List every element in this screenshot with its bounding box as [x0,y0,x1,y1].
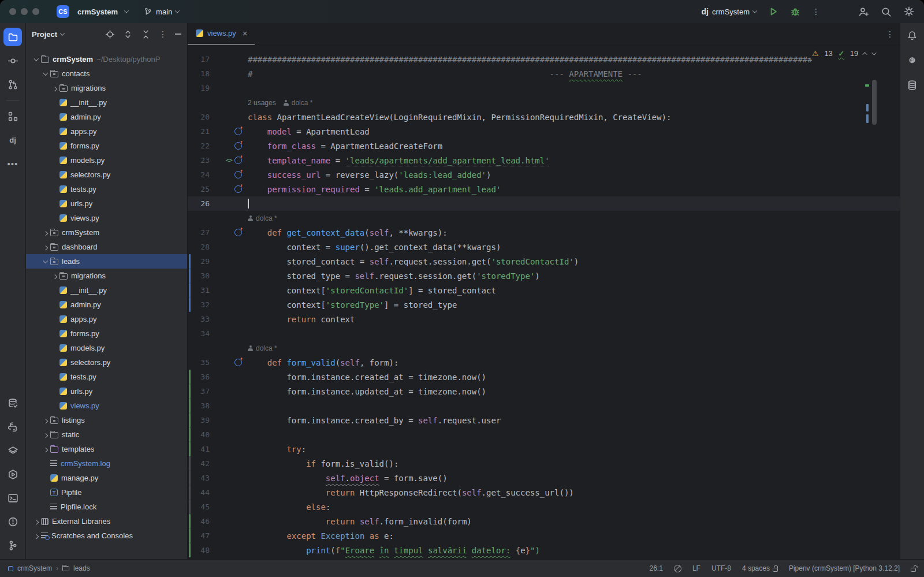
run-tool-button[interactable] [3,465,22,483]
code-line-44[interactable]: 44 return HttpResponseRedirect(self.get_… [188,485,900,500]
next-problem-button[interactable] [871,50,876,55]
line-number[interactable]: 44 [188,488,210,497]
line-number[interactable]: 43 [188,474,210,482]
tree-arrow-icon[interactable] [32,534,41,538]
python-interpreter[interactable]: Pipenv (crmSystem) [Python 3.12.2] [789,564,900,572]
tree-arrow-icon[interactable] [50,87,59,90]
django-structure-tool-button[interactable]: dj [3,131,22,149]
code-line-37[interactable]: 37 form.instance.updated_at = timezone.n… [188,384,900,399]
tree-item-crmsystem[interactable]: crmSystem [26,225,187,240]
code-line-23[interactable]: 23<>↑ template_name = 'leads/apartments/… [188,153,900,167]
tab-views-py[interactable]: views.py × [188,23,255,45]
tree-item-forms-py[interactable]: forms.py [26,326,187,341]
run-configuration-selector[interactable]: dj crmSystem [702,7,757,16]
code-editor[interactable]: 17######################################… [188,45,900,559]
line-number[interactable]: 20 [188,113,210,121]
code-line-43[interactable]: 43 self.object = form.save() [188,471,900,485]
code-line-27[interactable]: 27↑ def get_context_data(self, **kwargs)… [188,225,900,240]
tree-arrow-icon[interactable] [50,274,59,278]
tree-item-forms-py[interactable]: forms.py [26,139,187,153]
code-line-45[interactable]: 45 else: [188,500,900,514]
code-line-21[interactable]: 21↑ model = ApartmentLead [188,124,900,139]
line-number[interactable]: 27 [188,228,210,237]
vcs-change-bar[interactable] [189,297,191,312]
line-number[interactable]: 30 [188,271,210,280]
vcs-change-bar[interactable] [189,471,191,485]
panel-options-menu[interactable]: ⋮ [159,31,167,37]
tree-item-leads[interactable]: leads [26,254,187,269]
line-number[interactable]: 34 [188,329,210,338]
close-window-button[interactable] [9,8,16,15]
breadcrumb-folder[interactable]: leads [73,564,90,572]
tree-item-apps-py[interactable]: apps.py [26,312,187,326]
project-panel-title[interactable]: Project [32,30,57,39]
vcs-branch-widget[interactable]: main [143,7,179,17]
tree-arrow-icon[interactable] [41,72,50,76]
line-number[interactable]: 33 [188,315,210,323]
overrides-gutter-icon[interactable]: ↑ [234,229,242,236]
code-line-20[interactable]: 20class ApartmentLeadCreateView(LoginReq… [188,110,900,124]
line-number[interactable]: 35 [188,358,210,367]
tree-arrow-icon[interactable] [41,419,50,422]
file-writable-icon[interactable] [911,568,916,572]
line-number[interactable]: 21 [188,127,210,136]
line-number[interactable]: 25 [188,185,210,193]
tree-item-external-libraries[interactable]: External Libraries [26,514,187,528]
editor-scroll-rail[interactable] [865,69,877,196]
tree-item-scratches-and-consoles[interactable]: Scratches and Consoles [26,528,187,543]
tree-item-manage-py[interactable]: manage.py [26,471,187,485]
ai-assistant-icon[interactable] [907,55,918,66]
line-number[interactable]: 47 [188,531,210,540]
line-number[interactable]: 36 [188,373,210,381]
services-tool-button[interactable] [3,441,22,460]
tree-item-models-py[interactable]: models.py [26,341,187,355]
error-stripe-mark[interactable] [866,114,869,123]
code-line-22[interactable]: 22↑ form_class = ApartmentLeadCreateForm [188,139,900,153]
maximize-window-button[interactable] [32,8,39,15]
notifications-bell-icon[interactable] [907,30,918,41]
tree-item-dashboard[interactable]: dashboard [26,240,187,254]
code-line-30[interactable]: 30 stored_type = self.request.session.ge… [188,269,900,283]
python-packages-tool-button[interactable] [3,418,22,436]
code-line-33[interactable]: 33 return context [188,312,900,326]
line-number[interactable]: 37 [188,387,210,396]
tree-item-crmsystem-log[interactable]: crmSystem.log [26,456,187,471]
overrides-gutter-icon[interactable]: ↑ [234,128,242,135]
tree-arrow-icon[interactable] [41,260,50,263]
project-tool-button[interactable] [3,28,22,46]
line-number[interactable]: 28 [188,243,210,251]
tree-arrow-icon[interactable] [32,520,41,523]
database-panel-icon[interactable] [907,80,918,91]
code-line-24[interactable]: 24↑ success_url = reverse_lazy('leads:le… [188,167,900,182]
vcs-change-bar[interactable] [189,370,191,384]
vcs-change-bar[interactable] [189,456,191,471]
line-number[interactable]: 42 [188,459,210,468]
code-line-39[interactable]: 39 form.instance.created_by = self.reque… [188,413,900,427]
tree-arrow-icon[interactable] [41,231,50,234]
code-line-34[interactable]: 34 [188,326,900,341]
code-line-36[interactable]: 36 form.instance.created_at = timezone.n… [188,370,900,384]
tree-item-crmsystem[interactable]: crmSystem ~/Desktop/pythonP [26,52,187,66]
code-line-48[interactable]: 48 print(f"Eroare în timpul salvării dat… [188,543,900,557]
editor-options-menu[interactable]: ⋮ [886,31,894,37]
code-line-26[interactable]: 26 [188,196,900,211]
tree-item--init-py[interactable]: __init__.py [26,95,187,110]
line-number[interactable]: 48 [188,546,210,554]
line-number[interactable]: 46 [188,517,210,526]
collapse-all-icon[interactable] [141,29,151,39]
tree-item-tests-py[interactable]: tests.py [26,182,187,196]
code-with-me-icon[interactable] [858,6,869,17]
vcs-change-bar[interactable] [189,427,191,442]
error-stripe-mark[interactable] [865,84,869,87]
tree-item-migrations[interactable]: migrations [26,269,187,283]
debug-button[interactable] [790,6,800,17]
commit-tool-button[interactable] [3,51,22,70]
tree-item-apps-py[interactable]: apps.py [26,124,187,139]
line-number[interactable]: 39 [188,416,210,425]
related-template-gutter-icon[interactable]: <> [226,157,232,164]
line-separator[interactable]: LF [692,564,701,572]
settings-gear-icon[interactable] [903,6,915,17]
overrides-gutter-icon[interactable]: ↑ [234,359,242,366]
tree-arrow-icon[interactable] [32,58,41,61]
inlay-hint-row[interactable]: 2 usagesdolca * [188,95,900,110]
